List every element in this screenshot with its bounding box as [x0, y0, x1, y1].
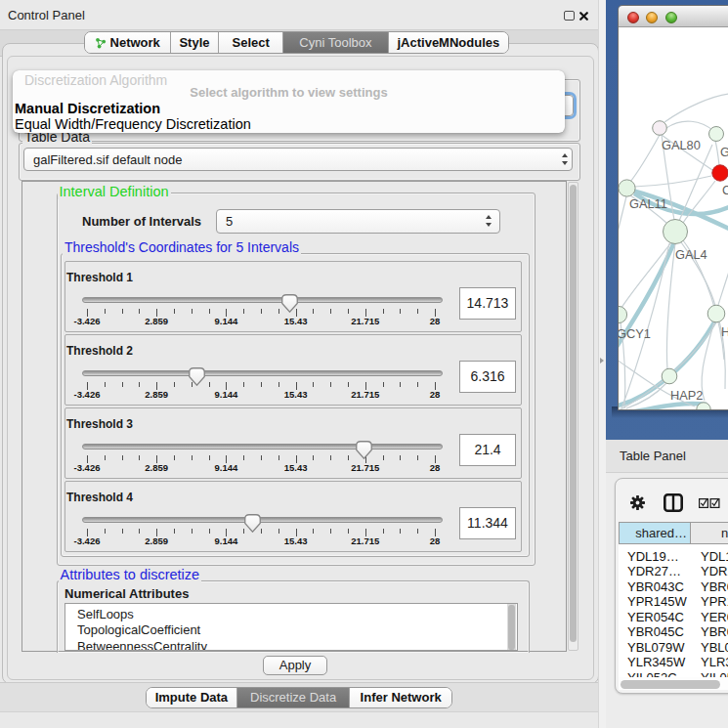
svg-text:GA: GA [720, 145, 728, 159]
svg-text:GAL4: GAL4 [675, 247, 707, 262]
svg-text:H: H [721, 324, 728, 339]
svg-text:GAL11: GAL11 [629, 196, 667, 211]
svg-text:GCY1: GCY1 [619, 326, 651, 341]
svg-text:GAL80: GAL80 [662, 138, 701, 152]
svg-text:C: C [722, 183, 728, 197]
svg-text:HAP2: HAP2 [670, 388, 703, 403]
